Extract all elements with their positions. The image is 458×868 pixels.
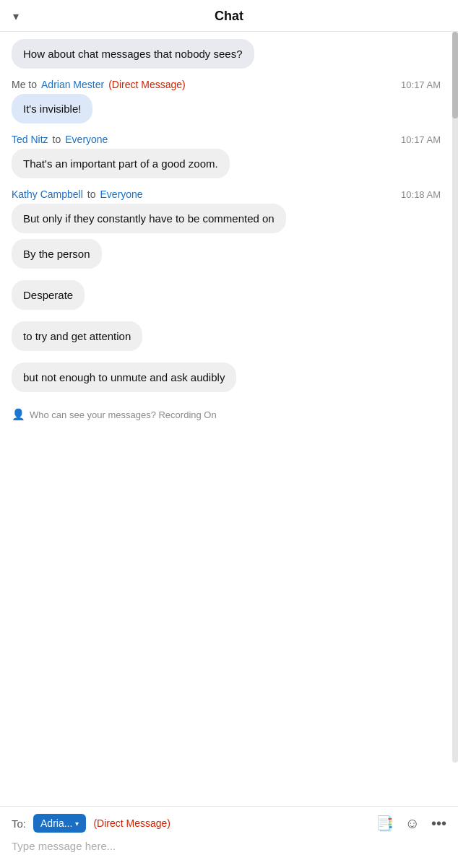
more-options-icon[interactable]: •••: [431, 815, 446, 832]
msg-to-label-3: to: [53, 134, 61, 145]
privacy-text: Who can see your messages? Recording On: [30, 409, 217, 420]
msg-recipient-name: Adrian Mester: [41, 79, 104, 90]
footer-to-label: To:: [12, 817, 26, 830]
msg-time-2: 10:17 AM: [401, 79, 441, 90]
scrollbar-thumb[interactable]: [452, 32, 458, 118]
msg-meta-dm: Me to Adrian Mester (Direct Message) 10:…: [12, 79, 441, 90]
message-1: How about chat messages that nobody sees…: [12, 39, 441, 69]
bubble-4-1: But only if they constantly have to be c…: [12, 204, 286, 233]
recipient-chevron-icon: ▾: [75, 820, 79, 828]
bubble-4-2: By the person: [12, 239, 102, 269]
msg-meta-4: Kathy Campbell to Everyone 10:18 AM: [12, 188, 441, 200]
scrollbar[interactable]: [452, 32, 458, 763]
msg-audience-4: Everyone: [100, 188, 143, 200]
msg-sender-kathy: Kathy Campbell: [12, 188, 83, 200]
file-icon[interactable]: 📑: [376, 815, 394, 832]
msg-dm-label: (Direct Message): [108, 79, 186, 90]
privacy-icon: 👤: [12, 408, 25, 421]
message-4: Kathy Campbell to Everyone 10:18 AM But …: [12, 188, 441, 392]
msg-meta-3: Ted Nitz to Everyone 10:17 AM: [12, 134, 441, 145]
msg-time-3: 10:17 AM: [401, 134, 441, 145]
msg-to-label-4: to: [87, 188, 96, 200]
bubble-4-3: Desperate: [12, 280, 85, 310]
footer-to-row: To: Adria... ▾ (Direct Message) 📑 ☺ •••: [12, 814, 446, 833]
chevron-down-icon[interactable]: ▾: [13, 9, 19, 22]
recipient-button[interactable]: Adria... ▾: [33, 814, 86, 833]
privacy-notice: 👤 Who can see your messages? Recording O…: [12, 402, 441, 425]
bubble-outgoing: How about chat messages that nobody sees…: [12, 39, 254, 69]
direct-message-label: (Direct Message): [93, 817, 170, 829]
chat-header: ▾ Chat: [0, 0, 458, 32]
bubble-4-5: but not enough to unmute and ask audibly: [12, 363, 236, 392]
chat-footer: To: Adria... ▾ (Direct Message) 📑 ☺ ••• …: [0, 806, 458, 868]
msg-sender-self: Me to: [12, 79, 37, 90]
message-3: Ted Nitz to Everyone 10:17 AM That's an …: [12, 134, 441, 178]
msg-sender-ted: Ted Nitz: [12, 134, 48, 145]
bubble-3: That's an important part of a good zoom.: [12, 149, 230, 178]
msg-audience-3: Everyone: [65, 134, 108, 145]
message-input[interactable]: Type message here...: [12, 838, 446, 854]
msg-time-4: 10:18 AM: [401, 189, 441, 200]
recipient-name: Adria...: [40, 817, 72, 829]
message-2: Me to Adrian Mester (Direct Message) 10:…: [12, 79, 441, 123]
chat-title: Chat: [215, 9, 243, 24]
chat-messages: How about chat messages that nobody sees…: [0, 39, 458, 425]
bubble-dm: It's invisible!: [12, 94, 92, 123]
footer-action-icons: 📑 ☺ •••: [376, 815, 446, 832]
emoji-icon[interactable]: ☺: [405, 815, 420, 832]
chat-scroll-area: How about chat messages that nobody sees…: [0, 32, 458, 806]
bubble-4-4: to try and get attention: [12, 321, 142, 351]
